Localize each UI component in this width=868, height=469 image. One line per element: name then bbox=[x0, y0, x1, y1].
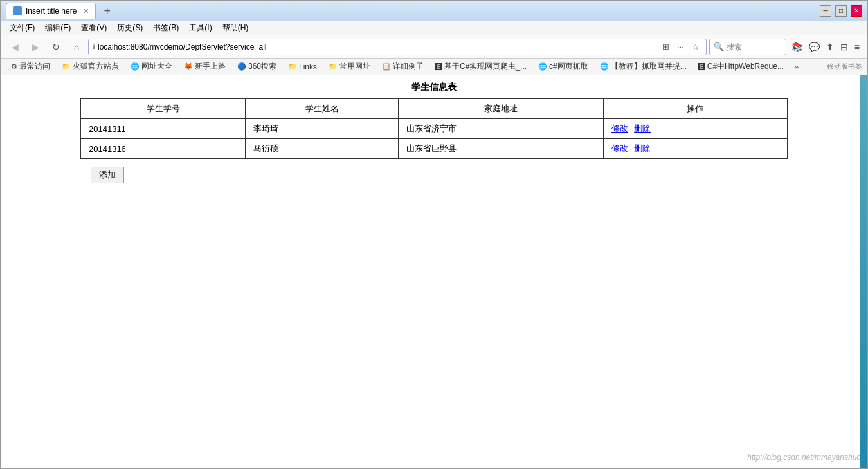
b-icon-1: 🅱 bbox=[435, 63, 442, 71]
menu-view[interactable]: 查看(V) bbox=[76, 21, 112, 35]
address-actions: ⊞ ··· ☆ bbox=[660, 41, 702, 53]
search-input[interactable] bbox=[727, 42, 778, 51]
bookmark-httprequest[interactable]: 🅱 C#中HttpWebReque... bbox=[693, 60, 789, 73]
library-button[interactable]: 📚 bbox=[789, 41, 805, 53]
detail-icon: 📋 bbox=[382, 62, 391, 71]
page-content: 学生信息表 学生学号 学生姓名 家庭地址 操作 20141311 李琦琦 山东省… bbox=[1, 75, 867, 468]
menu-help[interactable]: 帮助(H) bbox=[217, 21, 254, 35]
nav-right-icons: 📚 💬 ⬆ ⊟ ≡ bbox=[789, 41, 862, 53]
bookmark-newuser[interactable]: 🦊 新手上路 bbox=[179, 60, 231, 73]
search-bar-wrapper: 🔍 bbox=[709, 39, 786, 55]
forward-button[interactable]: ▶ bbox=[26, 38, 44, 56]
frequent-icon: ⚙ bbox=[11, 62, 17, 71]
cell-address-0: 山东省济宁市 bbox=[399, 119, 603, 139]
col-header-address: 家庭地址 bbox=[399, 99, 603, 119]
table-header-row: 学生学号 学生姓名 家庭地址 操作 bbox=[81, 99, 788, 119]
col-header-name: 学生姓名 bbox=[246, 99, 399, 119]
bookmark-links[interactable]: 📁 Links bbox=[283, 61, 322, 73]
security-icon: ℹ bbox=[93, 42, 95, 51]
table-row: 20141316 马衍硕 山东省巨野县 修改 删除 bbox=[81, 139, 788, 159]
bookmark-360[interactable]: 🔵 360搜索 bbox=[232, 60, 282, 73]
web-icon: 🌐 bbox=[131, 62, 140, 71]
cell-id-0: 20141311 bbox=[81, 119, 246, 139]
bookmark-mobile[interactable]: 移动版书签 bbox=[827, 62, 862, 71]
360-icon: 🔵 bbox=[237, 62, 246, 71]
bookmark-common[interactable]: 📁 常用网址 bbox=[323, 60, 375, 73]
bookmark-tutorial[interactable]: 🌐 【教程】抓取网并提... bbox=[595, 60, 692, 73]
bookmark-button[interactable]: ☆ bbox=[689, 41, 702, 53]
edit-link-0[interactable]: 修改 bbox=[611, 124, 628, 133]
minimize-button[interactable]: ─ bbox=[820, 5, 831, 17]
search-icon: 🔍 bbox=[714, 42, 724, 51]
browser-tab[interactable]: Insert title here ✕ bbox=[6, 3, 96, 19]
student-table: 学生学号 学生姓名 家庭地址 操作 20141311 李琦琦 山东省济宁市 修改… bbox=[80, 98, 788, 159]
table-title: 学生信息表 bbox=[7, 82, 861, 93]
bookmarks-bar: ⚙ 最常访问 📁 火狐官方站点 🌐 网址大全 🦊 新手上路 🔵 360搜索 📁 … bbox=[1, 59, 867, 75]
edit-link-1[interactable]: 修改 bbox=[611, 143, 628, 153]
bookmark-web[interactable]: 🌐 网址大全 bbox=[125, 60, 177, 73]
col-header-id: 学生学号 bbox=[81, 99, 246, 119]
title-bar-left: Insert title here ✕ + bbox=[6, 3, 820, 19]
delete-link-0[interactable]: 删除 bbox=[634, 124, 651, 133]
folder-icon: 📁 bbox=[62, 62, 71, 71]
new-tab-button[interactable]: + bbox=[100, 5, 114, 17]
back-button[interactable]: ◀ bbox=[6, 38, 24, 56]
common-folder-icon: 📁 bbox=[329, 62, 338, 71]
menu-history[interactable]: 历史(S) bbox=[112, 21, 148, 35]
table-row: 20141311 李琦琦 山东省济宁市 修改 删除 bbox=[81, 119, 788, 139]
browser-window: Insert title here ✕ + ─ □ ✕ 文件(F) 编辑(E) … bbox=[0, 0, 868, 469]
col-header-action: 操作 bbox=[603, 99, 787, 119]
scroll-bar-accent bbox=[860, 75, 867, 468]
cell-address-1: 山东省巨野县 bbox=[399, 139, 603, 159]
window-controls: ─ □ ✕ bbox=[820, 5, 862, 17]
bookmark-more-button[interactable]: » bbox=[790, 60, 802, 73]
cell-action-1: 修改 删除 bbox=[603, 139, 787, 159]
bookmark-csharp-spider[interactable]: 🅱 基于C#实现网页爬虫_... bbox=[430, 60, 532, 73]
title-bar: Insert title here ✕ + ─ □ ✕ bbox=[1, 1, 867, 21]
home-button[interactable]: ⌂ bbox=[68, 38, 86, 56]
address-input[interactable] bbox=[98, 42, 657, 51]
fox-icon: 🦊 bbox=[184, 62, 193, 71]
navigation-bar: ◀ ▶ ↻ ⌂ ℹ ⊞ ··· ☆ 🔍 📚 💬 ⬆ ⊟ ≡ bbox=[1, 35, 867, 59]
menu-edit[interactable]: 编辑(E) bbox=[40, 21, 76, 35]
close-button[interactable]: ✕ bbox=[851, 5, 862, 17]
watermark: http://blog.csdn.net/mmayanshuo bbox=[747, 453, 861, 462]
bookmark-detail[interactable]: 📋 详细例子 bbox=[377, 60, 429, 73]
bookmark-firefox[interactable]: 📁 火狐官方站点 bbox=[57, 60, 124, 73]
menu-button[interactable]: ≡ bbox=[852, 41, 862, 53]
cell-action-0: 修改 删除 bbox=[603, 119, 787, 139]
address-bar-wrapper: ℹ ⊞ ··· ☆ bbox=[88, 39, 707, 55]
tab-favicon bbox=[13, 6, 22, 15]
refresh-button[interactable]: ↻ bbox=[47, 38, 65, 56]
qr-code-button[interactable]: ⊞ bbox=[660, 41, 672, 53]
maximize-button[interactable]: □ bbox=[835, 5, 847, 17]
menu-bookmarks[interactable]: 书签(B) bbox=[148, 21, 184, 35]
cell-name-1: 马衍硕 bbox=[246, 139, 399, 159]
reader-button[interactable]: ⊟ bbox=[838, 41, 851, 53]
more-button[interactable]: ··· bbox=[674, 41, 687, 53]
delete-link-1[interactable]: 删除 bbox=[634, 143, 651, 153]
menu-tools[interactable]: 工具(I) bbox=[184, 21, 217, 35]
menu-file[interactable]: 文件(F) bbox=[5, 21, 40, 35]
bookmark-frequent[interactable]: ⚙ 最常访问 bbox=[6, 60, 55, 73]
b-icon-2: 🅱 bbox=[698, 63, 705, 71]
table-body: 20141311 李琦琦 山东省济宁市 修改 删除 20141316 马衍硕 山… bbox=[81, 119, 788, 159]
tab-title: Insert title here bbox=[26, 6, 77, 15]
tab-close-button[interactable]: ✕ bbox=[83, 7, 89, 15]
tutorial-globe-icon: 🌐 bbox=[600, 62, 609, 71]
chat-button[interactable]: 💬 bbox=[806, 41, 822, 53]
cell-name-0: 李琦琦 bbox=[246, 119, 399, 139]
cell-id-1: 20141316 bbox=[81, 139, 246, 159]
bookmark-csharp-web[interactable]: 🌐 c#网页抓取 bbox=[533, 60, 593, 73]
upload-button[interactable]: ⬆ bbox=[824, 41, 836, 53]
add-button[interactable]: 添加 bbox=[91, 167, 124, 183]
links-folder-icon: 📁 bbox=[288, 62, 297, 71]
menu-bar: 文件(F) 编辑(E) 查看(V) 历史(S) 书签(B) 工具(I) 帮助(H… bbox=[1, 21, 867, 35]
globe-icon: 🌐 bbox=[538, 62, 547, 71]
